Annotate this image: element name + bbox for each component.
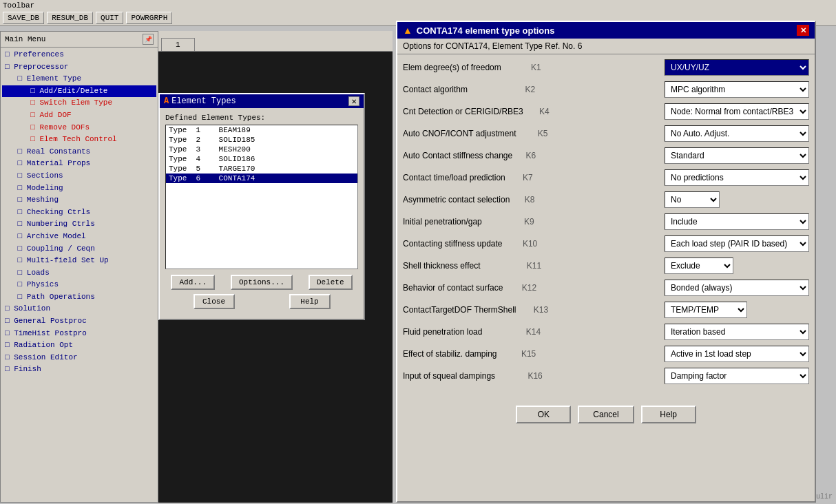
k13-select[interactable]: TEMP/TEMP	[665, 302, 747, 318]
panel-pin-btn[interactable]: 📌	[143, 34, 154, 45]
tree-elem-tech-control[interactable]: □ Elem Tech Control	[2, 134, 156, 146]
tree-area: □ Preferences □ Preprocessor □ Element T…	[1, 48, 158, 377]
conta-row-k14: Fluid penetration load K14 Iteration bas…	[403, 323, 809, 341]
k16-select[interactable]: Damping factor	[665, 368, 809, 384]
tree-multifield-setup[interactable]: □ Multi-field Set Up	[2, 255, 156, 267]
toolbar-label: Toolbar	[3, 1, 34, 10]
resum-db-button[interactable]: RESUM_DB	[47, 12, 93, 24]
list-item[interactable]: Type 1 BEAM189	[166, 125, 357, 135]
k5-label: Auto CNOF/ICONT adjustment K5	[403, 129, 665, 138]
tree-preprocessor[interactable]: □ Preprocessor	[2, 61, 156, 74]
k1-select[interactable]: UX/UY/UZ	[665, 59, 809, 76]
conta-row-k1: Elem degree(s) of freedom K1 UX/UY/UZ	[403, 59, 809, 76]
k8-label: Asymmetric contact selection K8	[403, 195, 665, 204]
tree-meshing[interactable]: □ Meshing	[2, 194, 156, 207]
list-item[interactable]: Type 4 SOLID186	[166, 154, 357, 164]
tree-solution[interactable]: □ Solution	[2, 303, 156, 315]
k9-label: Initial penetration/gap K9	[403, 217, 665, 227]
tree-numbering-ctrls[interactable]: □ Numbering Ctrls	[2, 218, 156, 231]
k11-control: Exclude	[665, 258, 809, 274]
list-item[interactable]: Type 3 MESH200	[166, 145, 357, 154]
conta-row-k2: Contact algorithm K2 MPC algorithm	[403, 81, 809, 98]
tab-area: 1	[158, 31, 393, 52]
k7-select[interactable]: No predictions	[665, 169, 809, 186]
conta-row-k4: Cnt Detection or CERIGID/RBE3 K4 Node: N…	[403, 103, 809, 120]
element-types-dialog: A Element Types ✕ Defined Element Types:…	[158, 93, 365, 320]
list-item[interactable]: Type 5 TARGE170	[166, 164, 357, 174]
tree-element-type[interactable]: □ Element Type	[2, 73, 156, 85]
save-db-button[interactable]: SAVE_DB	[3, 12, 44, 24]
k14-select[interactable]: Iteration based	[665, 324, 809, 340]
types-listbox[interactable]: Type 1 BEAM189 Type 2 SOLID185 Type 3 ME…	[165, 125, 358, 269]
k4-select[interactable]: Node: Normal from contact/RBE3	[665, 103, 809, 120]
k10-select[interactable]: Each load step (PAIR ID based)	[665, 235, 809, 252]
elem-types-title: Element Types	[171, 96, 236, 106]
k8-control: No	[665, 191, 809, 208]
k14-label: Fluid penetration load K14	[403, 327, 665, 337]
tree-session-editor[interactable]: □ Session Editor	[2, 352, 156, 364]
k16-control: Damping factor	[665, 368, 809, 384]
tree-archive-model[interactable]: □ Archive Model	[2, 231, 156, 243]
tree-add-dof[interactable]: □ Add DOF	[2, 109, 156, 122]
tree-remove-dofs[interactable]: □ Remove DOFs	[2, 122, 156, 134]
conta-body: Elem degree(s) of freedom K1 UX/UY/UZ Co…	[397, 54, 815, 393]
k2-control: MPC algorithm	[665, 81, 809, 98]
k2-label: Contact algorithm K2	[403, 85, 665, 94]
k7-control: No predictions	[665, 169, 809, 186]
tree-sections[interactable]: □ Sections	[2, 170, 156, 182]
powrgrph-button[interactable]: POWRGRPH	[126, 12, 172, 24]
k1-control: UX/UY/UZ	[665, 59, 809, 76]
tree-modeling[interactable]: □ Modeling	[2, 182, 156, 195]
options-button[interactable]: Options...	[231, 275, 293, 290]
main-menu-panel: Main Menu 📌 □ Preferences □ Preprocessor…	[0, 31, 158, 503]
tree-finish[interactable]: □ Finish	[2, 364, 156, 376]
delete-button[interactable]: Delete	[309, 275, 353, 290]
close-button[interactable]: Close	[194, 294, 235, 309]
k4-control: Node: Normal from contact/RBE3	[665, 103, 809, 120]
k15-select[interactable]: Active in 1st load step	[665, 346, 809, 362]
k14-control: Iteration based	[665, 324, 809, 340]
tree-preferences[interactable]: □ Preferences	[2, 49, 156, 61]
tree-timehist-postpro[interactable]: □ TimeHist Postpro	[2, 328, 156, 340]
k8-select[interactable]: No	[665, 191, 720, 208]
tree-checking-ctrls[interactable]: □ Checking Ctrls	[2, 207, 156, 219]
k9-select[interactable]: Include	[665, 213, 809, 230]
tree-add-edit-delete[interactable]: □ Add/Edit/Delete	[2, 85, 156, 98]
conta-title: CONTA174 element type options	[417, 25, 555, 36]
tab-1[interactable]: 1	[161, 38, 195, 51]
tree-material-props[interactable]: □ Material Props	[2, 158, 156, 170]
tree-physics[interactable]: □ Physics	[2, 279, 156, 291]
k2-select[interactable]: MPC algorithm	[665, 81, 809, 98]
list-item[interactable]: Type 2 SOLID185	[166, 135, 357, 145]
add-button[interactable]: Add...	[171, 275, 215, 290]
conta-row-k8: Asymmetric contact selection K8 No	[403, 191, 809, 209]
tree-switch-elem-type[interactable]: □ Switch Elem Type	[2, 97, 156, 109]
list-item-selected[interactable]: Type 6 CONTA174	[166, 174, 357, 183]
k11-select[interactable]: Exclude	[665, 258, 733, 274]
main-menu-header: Main Menu 📌	[1, 32, 158, 48]
conta-ok-button[interactable]: OK	[516, 406, 571, 423]
k11-label: Shell thickness effect K11	[403, 261, 665, 271]
conta-close-btn[interactable]: ✕	[797, 25, 809, 36]
elem-types-close-btn[interactable]: ✕	[348, 96, 359, 106]
k5-select[interactable]: No Auto. Adjust.	[665, 125, 809, 142]
conta-bottom-buttons: OK Cancel Help	[397, 400, 815, 429]
k10-control: Each load step (PAIR ID based)	[665, 235, 809, 252]
k4-label: Cnt Detection or CERIGID/RBE3 K4	[403, 107, 665, 116]
k6-control: Standard	[665, 147, 809, 164]
conta-cancel-button[interactable]: Cancel	[578, 406, 634, 423]
quit-button[interactable]: QUIT	[96, 12, 123, 24]
tree-real-constants[interactable]: □ Real Constants	[2, 146, 156, 158]
tree-coupling-ceqn[interactable]: □ Coupling / Ceqn	[2, 243, 156, 255]
help-button[interactable]: Help	[289, 294, 331, 309]
main-menu-title: Main Menu	[5, 35, 45, 43]
tree-path-operations[interactable]: □ Path Operations	[2, 291, 156, 304]
k12-select[interactable]: Bonded (always)	[665, 280, 809, 296]
tree-general-postproc[interactable]: □ General Postproc	[2, 315, 156, 328]
tree-radiation-opt[interactable]: □ Radiation Opt	[2, 339, 156, 352]
tree-loads[interactable]: □ Loads	[2, 267, 156, 280]
defined-types-label: Defined Element Types:	[165, 114, 358, 122]
conta-row-k7: Contact time/load prediction K7 No predi…	[403, 169, 809, 187]
conta-help-button[interactable]: Help	[641, 406, 696, 423]
k6-select[interactable]: Standard	[665, 147, 809, 164]
